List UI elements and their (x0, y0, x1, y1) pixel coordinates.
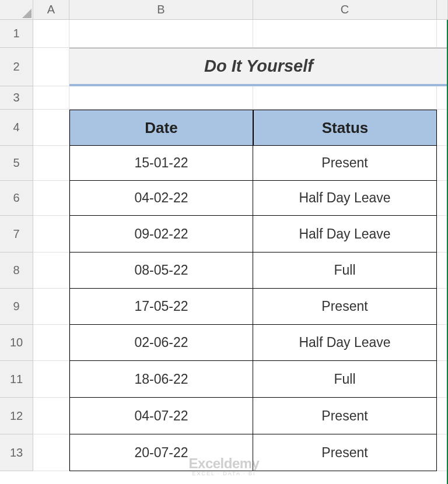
cell-C5[interactable]: Present (253, 146, 437, 181)
cell-A11[interactable] (33, 361, 69, 398)
cell-B6[interactable]: 04-02-22 (69, 181, 253, 216)
table-header-date[interactable]: Date (69, 110, 253, 146)
row-header-2[interactable]: 2 (0, 48, 33, 86)
row-header-7[interactable]: 7 (0, 216, 33, 252)
cell-A4[interactable] (33, 110, 69, 146)
row-header-3[interactable]: 3 (0, 86, 33, 110)
cell-B11[interactable]: 18-06-22 (69, 361, 253, 398)
cell-C7[interactable]: Half Day Leave (253, 216, 437, 252)
cell-B8[interactable]: 08-05-22 (69, 252, 253, 289)
row-header-1[interactable]: 1 (0, 20, 33, 48)
cell-A3[interactable] (33, 86, 69, 110)
cell-C12[interactable]: Present (253, 398, 437, 434)
cell-C3[interactable] (253, 86, 437, 110)
row-header-12[interactable]: 12 (0, 398, 33, 434)
cell-A13[interactable] (33, 434, 69, 471)
row-header-13[interactable]: 13 (0, 434, 33, 471)
cell-A9[interactable] (33, 289, 69, 325)
cell-A8[interactable] (33, 252, 69, 289)
cell-B10[interactable]: 02-06-22 (69, 325, 253, 361)
row-header-5[interactable]: 5 (0, 146, 33, 181)
select-all-corner[interactable] (0, 0, 33, 20)
cell-B12[interactable]: 04-07-22 (69, 398, 253, 434)
cell-C9[interactable]: Present (253, 289, 437, 325)
row-header-9[interactable]: 9 (0, 289, 33, 325)
title-cell[interactable]: Do It Yourself (69, 48, 448, 86)
cell-C10[interactable]: Half Day Leave (253, 325, 437, 361)
spreadsheet-grid: A B C 1 2 Do It Yourself 3 4 Date Status… (0, 0, 448, 471)
row-header-11[interactable]: 11 (0, 361, 33, 398)
row-header-10[interactable]: 10 (0, 325, 33, 361)
cell-C8[interactable]: Full (253, 252, 437, 289)
watermark-tag: EXCEL · DATA · BI (189, 471, 260, 477)
table-header-status[interactable]: Status (253, 110, 437, 146)
col-header-B[interactable]: B (69, 0, 253, 20)
cell-A1[interactable] (33, 20, 69, 48)
col-header-A[interactable]: A (33, 0, 69, 20)
cell-A7[interactable] (33, 216, 69, 252)
cell-A12[interactable] (33, 398, 69, 434)
cell-B9[interactable]: 17-05-22 (69, 289, 253, 325)
cell-B7[interactable]: 09-02-22 (69, 216, 253, 252)
cell-B1[interactable] (69, 20, 253, 48)
cell-B13[interactable]: 20-07-22 (69, 434, 253, 471)
cell-A6[interactable] (33, 181, 69, 216)
cell-A2[interactable] (33, 48, 69, 86)
col-header-C[interactable]: C (253, 0, 437, 20)
cell-C13[interactable]: Present (253, 434, 437, 471)
row-header-8[interactable]: 8 (0, 252, 33, 289)
row-header-4[interactable]: 4 (0, 110, 33, 146)
row-header-6[interactable]: 6 (0, 181, 33, 216)
cell-A5[interactable] (33, 146, 69, 181)
cell-C11[interactable]: Full (253, 361, 437, 398)
cell-B5[interactable]: 15-01-22 (69, 146, 253, 181)
col-header-partial[interactable] (437, 0, 448, 20)
cell-C1[interactable] (253, 20, 437, 48)
cell-C6[interactable]: Half Day Leave (253, 181, 437, 216)
cell-B3[interactable] (69, 86, 253, 110)
cell-A10[interactable] (33, 325, 69, 361)
